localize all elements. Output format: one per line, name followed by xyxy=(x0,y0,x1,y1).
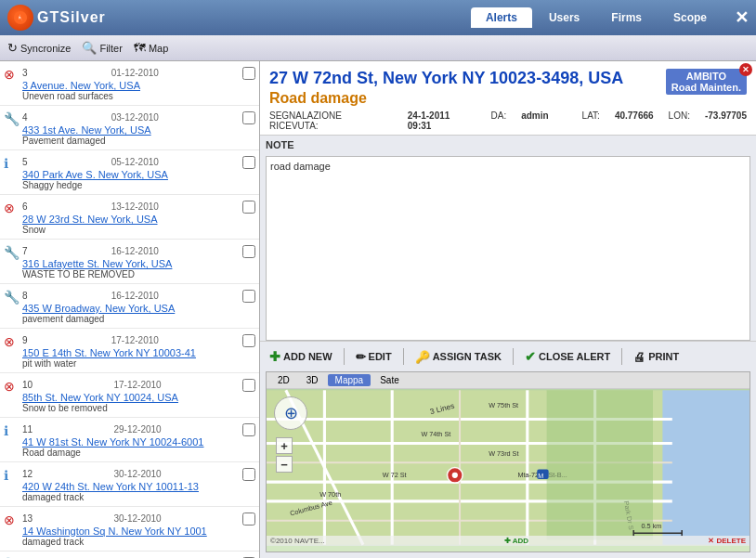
item-date: 30-12-2010 xyxy=(113,469,161,479)
close-alert-button[interactable]: ✔ CLOSE ALERT xyxy=(521,347,614,366)
item-header: 13 30-12-2010 xyxy=(22,511,255,526)
lat-value: 40.77666 xyxy=(615,110,654,131)
print-button[interactable]: 🖨 PRINT xyxy=(630,348,683,366)
ambito-label: AMBITO xyxy=(671,71,741,82)
map-tab-mappa[interactable]: Mappa xyxy=(328,374,371,386)
tab-firms[interactable]: Firms xyxy=(596,7,657,28)
svg-text:0.5 km: 0.5 km xyxy=(642,522,662,530)
map-button[interactable]: 🗺 Map xyxy=(134,41,168,55)
item-num: 6 xyxy=(22,201,28,212)
add-new-label: ADD NEW xyxy=(283,351,332,362)
item-checkbox[interactable] xyxy=(242,245,255,258)
header-row: 27 W 72nd St, New York NY 10023-3498, US… xyxy=(269,69,747,107)
list-item[interactable]: ⊗ 6 13-12-2010 28 W 23rd St. New York, U… xyxy=(0,195,259,240)
syncronize-button[interactable]: ↻ Syncronize xyxy=(7,41,71,55)
item-num: 8 xyxy=(22,291,28,301)
item-checkbox[interactable] xyxy=(242,290,255,303)
list-item[interactable]: ℹ 12 30-12-2010 420 W 24th St. New York … xyxy=(0,462,259,507)
svg-rect-1 xyxy=(662,390,749,544)
assign-task-button[interactable]: 🔑 ASSIGN TASK xyxy=(411,348,505,366)
item-address: 28 W 23rd St. New York, USA xyxy=(22,214,255,225)
svg-text:W 75th St: W 75th St xyxy=(489,401,518,409)
alerts-list: ⊗ 3 01-12-2010 3 Avenue. New York, USA U… xyxy=(0,61,260,558)
item-desc: Uneven road surfaces xyxy=(22,91,255,101)
svg-rect-23 xyxy=(547,390,653,539)
item-checkbox[interactable] xyxy=(242,513,255,526)
separator xyxy=(344,348,345,365)
close-button[interactable]: ✕ xyxy=(735,7,749,28)
item-desc: Pavement damaged xyxy=(22,136,255,146)
ambito-value: Road Mainten. xyxy=(671,82,741,93)
add-new-button[interactable]: ✚ ADD NEW xyxy=(266,347,336,366)
item-address: 316 Lafayette St. New York, USA xyxy=(22,258,255,269)
item-checkbox[interactable] xyxy=(242,201,255,214)
item-num: 5 xyxy=(22,157,28,167)
warning-icon: ⊗ xyxy=(4,334,19,349)
item-checkbox[interactable] xyxy=(242,111,255,124)
item-checkbox[interactable] xyxy=(242,156,255,169)
list-item[interactable]: ⊗ 3 01-12-2010 3 Avenue. New York, USA U… xyxy=(0,61,259,106)
list-item[interactable]: 🔧 7 16-12-2010 316 Lafayette St. New Yor… xyxy=(0,240,259,284)
item-content: 8 16-12-2010 435 W Broadway. New York, U… xyxy=(22,288,255,324)
delete-map-button[interactable]: ✕ DELETE xyxy=(708,537,746,545)
note-area[interactable]: road damage xyxy=(266,156,750,341)
list-item[interactable]: 🔧 8 16-12-2010 435 W Broadway. New York,… xyxy=(0,284,259,329)
item-desc: Road damage xyxy=(22,448,255,458)
filter-icon: 🔍 xyxy=(82,41,97,55)
item-desc: Snow to be removed xyxy=(22,403,255,413)
warning-icon: ⊗ xyxy=(4,513,19,527)
address-block: 27 W 72nd St, New York NY 10023-3498, US… xyxy=(269,69,666,107)
list-item[interactable]: ⊗ 13 30-12-2010 14 Washington Sq N. New … xyxy=(0,507,259,552)
spanner-icon: 🔧 xyxy=(4,290,19,305)
zoom-in-button[interactable]: + xyxy=(276,437,293,454)
list-item[interactable]: 🔧 4 03-12-2010 433 1st Ave. New York, US… xyxy=(0,106,259,150)
item-header: 8 16-12-2010 xyxy=(22,288,255,303)
sync-label: Syncronize xyxy=(20,43,71,54)
tab-scope[interactable]: Scope xyxy=(658,7,722,28)
assign-label: ASSIGN TASK xyxy=(433,351,502,362)
map-tab-3d[interactable]: 3D xyxy=(299,374,326,386)
list-item[interactable]: ⊗ 10 17-12-2010 85th St. New York NY 100… xyxy=(0,373,259,418)
item-num: 11 xyxy=(22,424,33,435)
ambito-badge: AMBITO Road Mainten. ✕ xyxy=(666,69,747,95)
item-checkbox[interactable] xyxy=(242,67,255,80)
map-tab-2d[interactable]: 2D xyxy=(270,374,297,386)
nav-tabs: Alerts Users Firms Scope xyxy=(471,7,722,28)
item-desc: pit with water xyxy=(22,358,255,369)
list-item[interactable]: ℹ 11 29-12-2010 41 W 81st St. New York N… xyxy=(0,418,259,462)
item-date: 03-12-2010 xyxy=(111,112,159,123)
list-item[interactable]: ℹ 5 05-12-2010 340 Park Ave S. New York,… xyxy=(0,150,259,195)
item-address: 340 Park Ave S. New York, USA xyxy=(22,169,255,180)
list-item[interactable]: 🔧 14 30-12-2010 123 E 14th St. New York … xyxy=(0,552,259,558)
da-label: DA: xyxy=(490,110,506,131)
da-value: admin xyxy=(521,110,548,131)
lat-label: LAT: xyxy=(582,110,600,131)
filter-button[interactable]: 🔍 Filter xyxy=(82,41,122,55)
add-map-button[interactable]: ✚ ADD xyxy=(504,537,528,545)
list-item[interactable]: ⊗ 9 17-12-2010 150 E 14th St. New York N… xyxy=(0,329,259,373)
item-address: 150 E 14th St. New York NY 10003-41 xyxy=(22,347,255,358)
map-tab-sate[interactable]: Sate xyxy=(372,374,407,386)
item-num: 10 xyxy=(22,380,33,390)
map-copyright: ©2010 NAVTE... ✚ ADD ✕ DELETE xyxy=(267,536,749,546)
tab-users[interactable]: Users xyxy=(534,7,594,28)
note-text: road damage xyxy=(270,161,331,172)
tab-alerts[interactable]: Alerts xyxy=(471,7,532,28)
toolbar: ↻ Syncronize 🔍 Filter 🗺 Map xyxy=(0,35,756,61)
ambito-close-button[interactable]: ✕ xyxy=(739,63,752,76)
map-compass[interactable]: ⊕ xyxy=(274,396,307,430)
item-address: 420 W 24th St. New York NY 10011-13 xyxy=(22,481,255,492)
edit-button[interactable]: ✏ EDIT xyxy=(352,348,396,366)
item-num: 12 xyxy=(22,469,33,479)
zoom-out-button[interactable]: − xyxy=(276,456,293,473)
item-date: 29-12-2010 xyxy=(113,424,161,435)
item-checkbox[interactable] xyxy=(242,334,255,347)
item-header: 6 13-12-2010 xyxy=(22,199,255,214)
item-content: 11 29-12-2010 41 W 81st St. New York NY … xyxy=(22,422,255,458)
item-checkbox[interactable] xyxy=(242,468,255,481)
edit-label: EDIT xyxy=(369,351,392,362)
item-checkbox[interactable] xyxy=(242,379,255,392)
item-desc: pavement damaged xyxy=(22,314,255,324)
item-num: 4 xyxy=(22,112,28,123)
item-checkbox[interactable] xyxy=(242,423,255,436)
